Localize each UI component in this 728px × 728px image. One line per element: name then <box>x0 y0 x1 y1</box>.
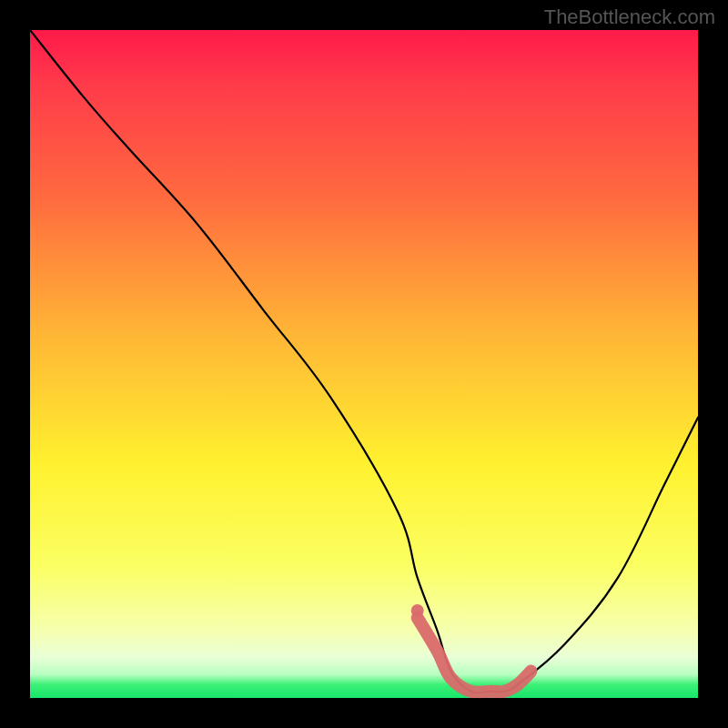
curve-svg <box>30 30 698 698</box>
plot-area <box>30 30 698 698</box>
watermark-text: TheBottleneck.com <box>544 5 715 29</box>
highlight-start-dot <box>411 604 424 617</box>
bottleneck-curve <box>30 30 698 693</box>
chart-container: TheBottleneck.com <box>0 0 728 728</box>
highlight-segment <box>418 618 531 693</box>
